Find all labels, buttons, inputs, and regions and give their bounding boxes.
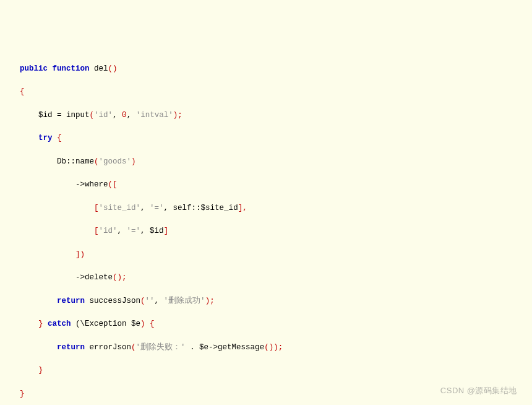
code-line: try { [0,133,532,144]
code-line: ]) [0,249,532,261]
code-block: public function del() { $id = input('id'… [0,51,532,405]
code-line: Db::name('goods') [0,156,532,168]
code-line: return successJson('', '删除成功'); [0,295,532,307]
code-line: } [0,365,532,377]
code-line: public function del() [0,63,532,75]
watermark: CSDN @源码集结地 [440,385,517,397]
code-line: ['id', '=', $id] [0,225,532,237]
code-line: ->where([ [0,179,532,191]
code-line: ['site_id', '=', self::$site_id], [0,202,532,214]
code-line: { [0,86,532,98]
code-line: } catch (\Exception $e) { [0,318,532,330]
code-line: return errorJson('删除失败：' . $e->getMessag… [0,342,532,354]
code-line: ->delete(); [0,272,532,284]
code-line: $id = input('id', 0, 'intval'); [0,110,532,121]
